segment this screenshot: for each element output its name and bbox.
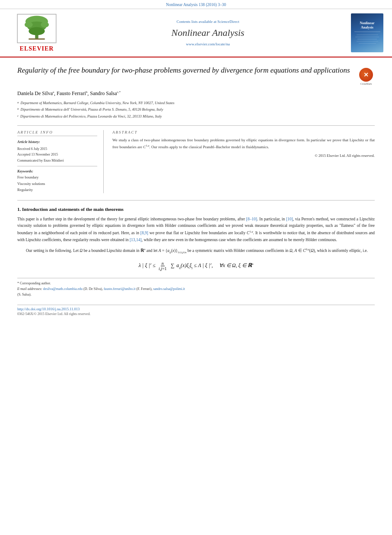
- accepted-date: Accepted 13 November 2015: [17, 152, 97, 158]
- contents-line: Contents lists available at ScienceDirec…: [177, 19, 239, 24]
- email-3-link[interactable]: sandro.salsa@polimi.it: [153, 287, 185, 291]
- page-footer: http://dx.doi.org/10.1016/j.na.2015.11.0…: [17, 305, 375, 316]
- crossmark: ✕ CrossMark: [357, 68, 375, 85]
- sciencedirect-link[interactable]: ScienceDirect: [217, 19, 239, 24]
- info-abstract-section: ARTICLE INFO Article history: Received 6…: [17, 125, 375, 193]
- received-date: Received 6 July 2015: [17, 146, 97, 152]
- copyright-line: © 2015 Elsevier Ltd. All rights reserved…: [112, 153, 375, 158]
- svg-point-5: [29, 27, 45, 35]
- elsevier-tree-icon: [15, 13, 58, 44]
- email-2-link[interactable]: fausto.ferrari@unibo.it: [104, 287, 136, 291]
- communicated-by: Communicated by Enzo Mitidieri: [17, 158, 97, 164]
- journal-title: Nonlinear Analysis: [172, 27, 245, 38]
- author-1: Daniela De Silvaa: [17, 90, 54, 96]
- author-3: Sandro Salsac,*: [90, 90, 121, 96]
- journal-top-bar: Nonlinear Analysis 138 (2016) 3–30: [0, 0, 392, 9]
- svg-point-6: [25, 22, 33, 28]
- keyword-2: Viscosity solutions: [17, 181, 97, 187]
- journal-citation: Nonlinear Analysis 138 (2016) 3–30: [166, 3, 226, 7]
- article-info-title: ARTICLE INFO: [17, 130, 97, 136]
- journal-cover: NonlinearAnalysis: [351, 13, 383, 52]
- header-center: Contents lists available at ScienceDirec…: [69, 13, 347, 52]
- section-1-heading: 1. Introduction and statements of the ma…: [17, 207, 375, 212]
- page: Nonlinear Analysis 138 (2016) 3–30 ELSEV: [0, 0, 392, 535]
- email-2-author: (F. Ferrari),: [137, 287, 153, 291]
- abstract-title: ABSTRACT: [112, 130, 375, 134]
- elsevier-logo: ELSEVIER: [9, 13, 65, 52]
- elsevier-brand-label: ELSEVIER: [20, 45, 54, 52]
- svg-point-7: [41, 22, 49, 28]
- doi-link[interactable]: http://dx.doi.org/10.1016/j.na.2015.11.0…: [17, 307, 375, 311]
- abstract-col: ABSTRACT We study a class of two-phase i…: [112, 130, 375, 193]
- crossmark-label: CrossMark: [360, 83, 372, 85]
- article-title: Regularity of the free boundary for two-…: [17, 65, 353, 76]
- section-1-para-1: This paper is a further step in the deve…: [17, 216, 375, 244]
- footnote-emails: E-mail addresses: desilva@math.columbia.…: [17, 287, 375, 292]
- main-content: Regularity of the free boundary for two-…: [0, 57, 392, 325]
- affiliation-b: b Dipartimento di Matematica dell' Unive…: [17, 107, 375, 113]
- history-label: Article history:: [17, 139, 97, 145]
- keyword-3: Regularity: [17, 187, 97, 193]
- email-1-link[interactable]: desilva@math.columbia.edu: [43, 287, 83, 291]
- journal-url[interactable]: www.elsevier.com/locate/na: [186, 42, 229, 46]
- author-2: Fausto Ferrarib: [57, 90, 87, 96]
- section-1-para-2: Our setting is the following. Let Ω be a…: [17, 247, 375, 255]
- cover-title: NonlinearAnalysis: [360, 21, 374, 30]
- authors-line: Daniela De Silvaa, Fausto Ferrarib, Sand…: [17, 90, 375, 97]
- article-history: Article history: Received 6 July 2015 Ac…: [17, 139, 97, 166]
- abstract-text: We study a class of two-phase inhomogene…: [112, 137, 375, 150]
- svg-rect-2: [29, 38, 45, 40]
- footnote-salsa: (S. Salsa).: [17, 292, 375, 298]
- math-formula-display: λ | ξ |2 ≤ n i,j=1 ∑ aij(x)ξiξj ≤ Λ | ξ …: [35, 261, 357, 271]
- affiliation-a: a Department of Mathematics, Barnard Col…: [17, 100, 375, 107]
- footer-copyright: 0362-546X/© 2015 Elsevier Ltd. All right…: [17, 312, 375, 316]
- email-1-author: (D. De Silva),: [83, 287, 103, 291]
- crossmark-icon[interactable]: ✕: [359, 68, 373, 82]
- header-section: ELSEVIER Contents lists available at Sci…: [0, 9, 392, 57]
- article-title-section: Regularity of the free boundary for two-…: [17, 65, 375, 85]
- math-formula: λ | ξ |2 ≤ n i,j=1 ∑ aij(x)ξiξj ≤ Λ | ξ …: [139, 261, 253, 271]
- section-divider: [17, 200, 375, 201]
- footnote-section: * Corresponding author. E-mail addresses…: [17, 278, 375, 297]
- footnote-corresponding: * Corresponding author.: [17, 281, 375, 287]
- article-info-col: ARTICLE INFO Article history: Received 6…: [17, 130, 104, 193]
- keywords-section: Keywords: Free boundary Viscosity soluti…: [17, 169, 97, 193]
- contents-text: Contents lists available at: [177, 19, 217, 24]
- keywords-label: Keywords:: [17, 169, 97, 173]
- affiliations: a Department of Mathematics, Barnard Col…: [17, 100, 375, 120]
- affiliation-c: c Dipartimento di Matematica del Politec…: [17, 114, 375, 120]
- keyword-1: Free boundary: [17, 174, 97, 180]
